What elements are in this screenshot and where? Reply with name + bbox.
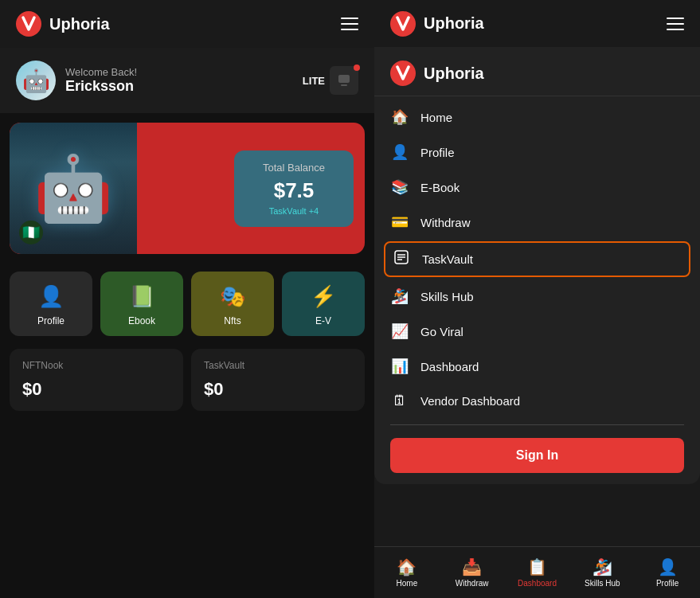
bottom-profile-label: Profile — [656, 579, 678, 588]
menu-item-dashboard[interactable]: 📊 Dashboard — [374, 349, 700, 384]
dropdown-logo-text: Uphoria — [424, 64, 484, 83]
balance-source: TaskVault +4 — [250, 206, 338, 216]
menu-item-profile-label: Profile — [420, 146, 455, 159]
left-logo-icon — [16, 11, 41, 37]
stat-taskvault: TaskVault $0 — [191, 349, 365, 411]
stat-taskvault-amount: $0 — [204, 379, 352, 400]
quick-link-nfts-label: Nfts — [224, 315, 241, 326]
left-hamburger-button[interactable] — [341, 18, 358, 30]
menu-item-go-viral[interactable]: 📈 Go Viral — [374, 314, 700, 349]
balance-label: Total Balance — [250, 162, 338, 174]
right-logo-area: Uphoria — [390, 11, 484, 37]
menu-item-taskvault-label: TaskVault — [422, 252, 473, 266]
hamburger-line-2 — [341, 23, 358, 25]
dropdown-logo-area: Uphoria — [374, 48, 700, 96]
bottom-nav-dashboard[interactable]: 📋 Dashboard — [505, 547, 570, 598]
menu-item-vendor-dashboard-label: Vendor Dashboard — [420, 394, 520, 408]
bottom-home-icon: 🏠 — [397, 557, 416, 577]
left-logo-text: Uphoria — [49, 15, 110, 33]
welcome-user: 🤖 Welcome Back! Ericksson — [16, 61, 137, 100]
welcome-text: Welcome Back! Ericksson — [65, 66, 137, 95]
bottom-skills-hub-label: Skills Hub — [585, 579, 620, 588]
username-text: Ericksson — [65, 78, 137, 95]
hamburger-line-1 — [341, 18, 358, 19]
right-logo-icon — [390, 11, 416, 37]
menu-item-dashboard-label: Dashboard — [420, 360, 479, 373]
ebook-icon: 📗 — [129, 284, 154, 309]
lite-dot — [354, 64, 360, 71]
right-hamburger-line-2 — [667, 23, 684, 25]
home-menu-icon: 🏠 — [390, 108, 409, 126]
menu-item-taskvault[interactable]: TaskVault — [384, 241, 690, 277]
avatar: 🤖 — [16, 61, 56, 100]
quick-link-ev-label: E-V — [315, 315, 331, 326]
menu-item-home-label: Home — [420, 111, 452, 124]
stat-nftnook: NFTNook $0 — [10, 349, 183, 411]
left-panel: Uphoria 🤖 Welcome Back! Ericksson LITE — [0, 0, 374, 598]
menu-item-skills-hub[interactable]: 🏂 Skills Hub — [374, 279, 700, 314]
taskvault-menu-icon — [392, 250, 411, 268]
menu-item-skills-hub-label: Skills Hub — [420, 290, 474, 303]
bottom-nav-skills-hub[interactable]: 🏂 Skills Hub — [569, 547, 635, 598]
menu-item-profile[interactable]: 👤 Profile — [374, 135, 700, 170]
quick-link-ebook-label: Ebook — [128, 315, 155, 326]
nfts-icon: 🎭 — [220, 284, 245, 309]
bottom-nav-profile[interactable]: 👤 Profile — [635, 547, 700, 598]
ev-icon: ⚡ — [311, 284, 336, 309]
ebook-menu-icon: 📚 — [390, 178, 409, 196]
lite-label: LITE — [303, 75, 325, 87]
lite-icon — [330, 66, 358, 95]
right-panel: Uphoria LITE l Balance $7.5 TaskVault + — [374, 0, 700, 598]
sign-in-button[interactable]: Sign In — [390, 438, 684, 473]
menu-divider — [390, 424, 684, 425]
bottom-nav-home[interactable]: 🏠 Home — [374, 547, 440, 598]
welcome-section: 🤖 Welcome Back! Ericksson LITE — [0, 48, 374, 113]
banner: 🤖 🇳🇬 Total Balance $7.5 TaskVault +4 — [10, 123, 365, 254]
menu-item-home[interactable]: 🏠 Home — [374, 100, 700, 135]
right-header: Uphoria — [374, 0, 700, 48]
quick-link-ev[interactable]: ⚡ E-V — [282, 272, 365, 336]
quick-link-profile[interactable]: 👤 Profile — [10, 272, 92, 336]
bottom-dashboard-label: Dashboard — [518, 579, 557, 588]
quick-link-nfts[interactable]: 🎭 Nfts — [191, 272, 274, 336]
hamburger-line-3 — [341, 29, 358, 30]
withdraw-menu-icon: 💳 — [390, 213, 409, 231]
menu-item-withdraw-label: Withdraw — [420, 216, 471, 229]
menu-item-vendor-dashboard[interactable]: 🗓 Vendor Dashboard — [374, 384, 700, 418]
bottom-dashboard-icon: 📋 — [527, 557, 547, 577]
dropdown-menu: Uphoria 🏠 Home 👤 Profile 📚 E-Book 💳 With… — [374, 48, 700, 484]
right-hamburger-line-3 — [667, 29, 684, 30]
quick-link-profile-label: Profile — [37, 315, 65, 326]
stat-nftnook-title: NFTNook — [22, 360, 170, 371]
stat-taskvault-title: TaskVault — [204, 360, 352, 371]
svg-rect-0 — [338, 75, 350, 83]
menu-item-ebook-label: E-Book — [420, 181, 459, 194]
lite-badge: LITE — [303, 66, 358, 95]
profile-menu-icon: 👤 — [390, 143, 409, 161]
left-header: Uphoria — [0, 0, 374, 48]
bottom-profile-icon: 👤 — [658, 557, 678, 577]
right-logo-text: Uphoria — [424, 14, 484, 33]
left-logo-area: Uphoria — [16, 11, 110, 37]
quick-link-ebook[interactable]: 📗 Ebook — [100, 272, 183, 336]
menu-item-go-viral-label: Go Viral — [420, 325, 463, 338]
svg-rect-1 — [341, 84, 347, 86]
quick-links: 👤 Profile 📗 Ebook 🎭 Nfts ⚡ E-V — [0, 264, 374, 344]
go-viral-menu-icon: 📈 — [390, 322, 409, 340]
menu-item-withdraw[interactable]: 💳 Withdraw — [374, 205, 700, 240]
balance-card: Total Balance $7.5 TaskVault +4 — [234, 150, 354, 227]
menu-item-ebook[interactable]: 📚 E-Book — [374, 170, 700, 205]
right-hamburger-line-1 — [667, 18, 684, 19]
bottom-withdraw-icon: 📥 — [462, 557, 482, 577]
bottom-nav: 🏠 Home 📥 Withdraw 📋 Dashboard 🏂 Skills H… — [374, 546, 700, 598]
stat-nftnook-amount: $0 — [22, 379, 170, 400]
bottom-skills-hub-icon: 🏂 — [592, 557, 612, 577]
country-flag: 🇳🇬 — [19, 221, 43, 244]
right-hamburger-button[interactable] — [667, 18, 684, 30]
bottom-withdraw-label: Withdraw — [456, 579, 489, 588]
dashboard-menu-icon: 📊 — [390, 358, 409, 375]
balance-amount: $7.5 — [250, 178, 338, 203]
profile-icon: 👤 — [38, 284, 64, 309]
bottom-nav-withdraw[interactable]: 📥 Withdraw — [440, 547, 505, 598]
vendor-dashboard-menu-icon: 🗓 — [390, 393, 409, 409]
